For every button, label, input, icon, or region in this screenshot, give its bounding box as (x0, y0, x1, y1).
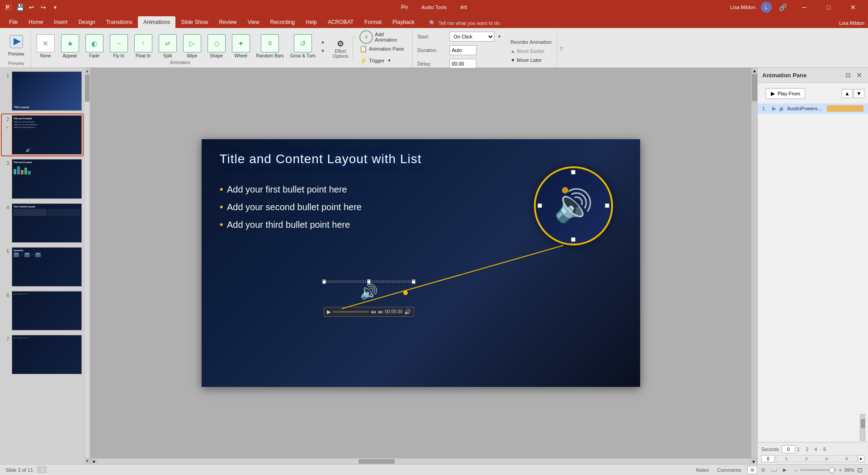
tab-animations[interactable]: Animations (138, 16, 175, 28)
panel-scroll-down[interactable]: ▼ (85, 458, 90, 464)
minimize-btn[interactable]: ─ (794, 0, 815, 14)
play-from-btn[interactable]: ▶ Play From (766, 88, 805, 99)
tab-acrobat[interactable]: ACROBAT (322, 16, 359, 28)
anim-shape[interactable]: ◇ Shape (205, 33, 228, 60)
delay-input[interactable] (449, 59, 476, 69)
anim-split[interactable]: ⇄ Split (156, 33, 179, 60)
normal-view-btn[interactable]: ⊞ (747, 466, 757, 474)
audio-volume-btn[interactable]: 🔊 (404, 309, 411, 315)
share-btn[interactable]: 🔗 (777, 2, 788, 13)
tab-transitions[interactable]: Transitions (101, 16, 138, 28)
animation-scroll[interactable]: ▲ ▼ (319, 38, 326, 56)
canvas-main: Title and Content Layout with List ● Add… (90, 68, 751, 458)
audio-next-btn[interactable]: ⏭ (378, 309, 383, 315)
anim-growturn[interactable]: ↺ Grow & Turn (288, 33, 318, 60)
anim-wheel[interactable]: ✦ Wheel (229, 33, 253, 60)
tab-design[interactable]: Design (73, 16, 100, 28)
anim-randombars[interactable]: ≡ Random Bars (254, 33, 287, 60)
move-earlier-btn[interactable]: ▲ Move Earlier (509, 47, 553, 55)
zoom-out-btn[interactable]: – (794, 467, 797, 473)
duration-input[interactable] (449, 45, 476, 55)
slide-thumb-3[interactable]: 3 Title and Content (2, 158, 83, 199)
anim-appear[interactable]: ★ Appear (58, 33, 82, 60)
animation-pane-btn[interactable]: 📋 Animation Pane (357, 43, 410, 54)
undo-quick-btn[interactable]: ↩ (27, 3, 36, 12)
preview-label: Preview (8, 52, 24, 57)
slide-layout-indicator[interactable] (38, 466, 47, 474)
preview-btn[interactable]: Preview (5, 33, 27, 59)
tab-help[interactable]: Help (300, 16, 322, 28)
tab-recording[interactable]: Recording (265, 16, 301, 28)
scroll-down-icon[interactable]: ▼ (321, 47, 325, 56)
redo-quick-btn[interactable]: ↪ (39, 3, 48, 12)
slide-sorter-btn[interactable]: ⊟ (758, 466, 768, 474)
anim-item-1-expand-icon[interactable]: ▶ (772, 105, 776, 112)
tab-format[interactable]: Format (359, 16, 387, 28)
slide-thumb-4[interactable]: 4 Two Content Layout (2, 202, 83, 244)
slide-thumb-6[interactable]: 6 Add a Slide Title - 1 (2, 290, 83, 331)
anim-none[interactable]: ✕ None (34, 33, 57, 60)
anim-fade[interactable]: ◐ Fade (83, 33, 106, 60)
move-later-btn[interactable]: ▼ Move Later (509, 56, 553, 64)
zoom-in-btn[interactable]: + (839, 467, 842, 473)
tab-file[interactable]: File (4, 16, 23, 28)
slide-thumb-1[interactable]: 1 Title Layout (2, 71, 83, 112)
close-btn[interactable]: ✕ (843, 0, 863, 14)
canvas-scroll-up[interactable]: ▲ (751, 68, 757, 74)
anim-pane-expand-btn[interactable]: ⊟ (844, 71, 853, 80)
trigger-btn[interactable]: ⚡ Trigger ▼ (357, 55, 410, 66)
slide-thumb-2[interactable]: 2 ★ Title and Content • Add your first b… (2, 114, 83, 155)
zoom-slider-thumb[interactable] (829, 467, 835, 473)
slide-1-text: Title Layout (14, 106, 29, 108)
anim-list-item-1[interactable]: 1 ▶ 🔊 AustinPowers... (758, 103, 868, 114)
nav-up-arrow[interactable]: ▲ (842, 89, 853, 98)
mag-handle-mr (605, 203, 609, 208)
add-animation-btn[interactable]: + AddAnimation (357, 32, 410, 42)
play-from-icon: ▶ (771, 90, 775, 97)
audio-progress-bar[interactable] (333, 311, 369, 313)
slide-2-star: ★ (5, 125, 9, 130)
tab-slideshow[interactable]: Slide Show (175, 16, 213, 28)
slide-thumb-5[interactable]: 5 SmartArt Step → Step → Step (2, 246, 83, 287)
timing-scroll-right[interactable]: ► (858, 455, 864, 462)
restore-btn[interactable]: □ (818, 0, 839, 14)
status-bar: Slide 2 of 11 Notes Comments ⊞ ⊟ 📖 ▶ – + (0, 464, 868, 475)
timing-0-btn[interactable]: 0 (761, 455, 775, 462)
start-select[interactable]: On Click (449, 32, 495, 42)
nav-down-arrow[interactable]: ▼ (854, 89, 864, 98)
timing-ruler: 1 2 4 6 (776, 455, 857, 462)
anim-wipe[interactable]: ▷ Wipe (180, 33, 204, 60)
tab-insert[interactable]: Insert (48, 16, 73, 28)
audio-play-btn[interactable]: ▶ (327, 309, 331, 315)
fit-slide-btn[interactable]: ⊡ (857, 466, 863, 474)
customize-quick-btn[interactable]: ▼ (51, 3, 60, 12)
tab-home[interactable]: Home (23, 16, 48, 28)
tab-view[interactable]: View (242, 16, 265, 28)
timing-start-input[interactable] (782, 445, 795, 453)
slide-thumb-7[interactable]: 7 Add a Slide Title - 2 (2, 334, 83, 375)
audio-prev-btn[interactable]: ⏮ (371, 309, 376, 315)
panel-scroll-up[interactable]: ▲ (85, 68, 90, 74)
ribbon-collapse-btn[interactable]: ▽ (558, 30, 565, 67)
audio-element[interactable]: 🔊 ▶ ⏮ ⏭ 00:00.00 🔊 (324, 281, 415, 317)
comments-btn[interactable]: Comments (715, 466, 743, 474)
canvas-hscroll-right[interactable]: ► (751, 458, 757, 465)
search-placeholder[interactable]: Tell me what you want to do (439, 20, 500, 26)
slide-panel-wrapper: 1 Title Layout 2 ★ Title and Content (0, 68, 90, 464)
tab-playback[interactable]: Playback (387, 16, 420, 28)
slideshow-btn[interactable]: ▶ (780, 466, 790, 474)
canvas-hscroll-left[interactable]: ◄ (90, 458, 97, 465)
zoom-slider-track[interactable] (800, 469, 836, 471)
notes-btn[interactable]: Notes (694, 466, 711, 474)
anim-floatin[interactable]: ↑ Float In (132, 33, 155, 60)
reading-view-btn[interactable]: 📖 (769, 466, 779, 474)
anim-pane-close-btn[interactable]: ✕ (854, 71, 863, 80)
effect-options-btn[interactable]: ⚙ EffectOptions (331, 38, 350, 60)
anim-flyin[interactable]: → Fly In (107, 33, 131, 60)
save-quick-btn[interactable]: 💾 (15, 3, 24, 12)
mag-handle-tr (602, 173, 607, 177)
share-ribbon-btn[interactable]: Lisa Mildon (839, 20, 864, 28)
user-avatar[interactable]: L (761, 2, 772, 13)
scroll-up-icon[interactable]: ▲ (321, 38, 325, 47)
tab-review[interactable]: Review (213, 16, 242, 28)
